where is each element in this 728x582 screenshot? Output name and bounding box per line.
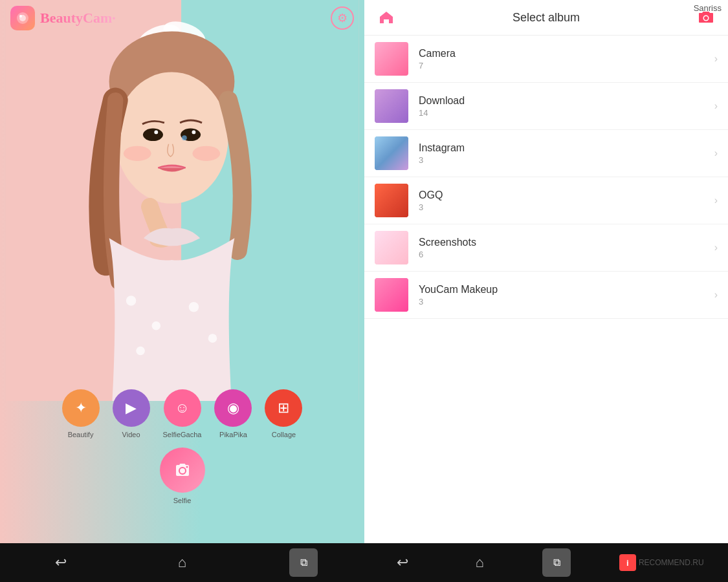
album-list: Camera 7 › Download 14 › [364, 36, 728, 543]
svg-point-6 [115, 72, 228, 203]
svg-point-11 [124, 146, 151, 161]
right-panel: Select album Camera 7 › [364, 0, 728, 543]
svg-point-7 [143, 129, 163, 141]
irecommend-icon: i [619, 554, 636, 571]
back-button-left[interactable]: ↩ [47, 548, 75, 577]
svg-point-20 [136, 347, 145, 356]
album-item-ogq[interactable]: OGQ 3 › [364, 177, 728, 224]
selfie-icon [160, 447, 205, 493]
irecommend-text: RECOMMEND.RU [639, 558, 704, 567]
select-album-title: Select album [513, 11, 580, 25]
album-info-download: Download 14 [419, 95, 714, 118]
album-item-instagram[interactable]: Instagram 3 › [364, 130, 728, 177]
album-info-instagram: Instagram 3 [419, 142, 714, 165]
chevron-youcam: › [714, 289, 718, 301]
right-header: Select album [364, 0, 728, 36]
irecommend-badge: i RECOMMEND.RU [619, 554, 704, 571]
selfiegacha-button[interactable]: ☺ SelfieGacha [163, 389, 202, 438]
collage-icon: ⊞ [265, 389, 302, 427]
video-icon: ▶ [113, 389, 150, 427]
album-count-download: 14 [419, 108, 714, 118]
nav-right: ↩ ⌂ ⧉ i RECOMMEND.RU [364, 543, 728, 582]
svg-point-13 [182, 135, 187, 140]
bottom-nav: ↩ ⌂ ⧉ ↩ ⌂ ⧉ i RECOMMEND.RU [0, 543, 728, 582]
logo-icon [10, 6, 35, 30]
svg-point-12 [192, 146, 220, 161]
chevron-download: › [714, 100, 718, 112]
tool-buttons-row: ✦ Beautify ▶ Video ☺ SelfieGacha ◉ PikaP… [62, 389, 303, 438]
beautify-button[interactable]: ✦ Beautify [62, 389, 100, 438]
chevron-camera: › [714, 53, 718, 65]
album-info-youcam: YouCam Makeup 3 [419, 284, 714, 307]
album-count-ogq: 3 [419, 202, 714, 212]
video-button[interactable]: ▶ Video [113, 389, 150, 438]
svg-point-9 [154, 131, 158, 135]
selfiegacha-icon: ☺ [164, 389, 201, 427]
svg-point-17 [152, 321, 161, 330]
album-name-camera: Camera [419, 48, 714, 59]
chevron-ogq: › [714, 195, 718, 206]
album-count-screenshots: 6 [419, 250, 714, 259]
pikapika-button[interactable]: ◉ PikaPika [214, 389, 252, 438]
svg-point-18 [189, 302, 199, 312]
home-button[interactable] [375, 6, 398, 29]
album-item-camera[interactable]: Camera 7 › [364, 36, 728, 83]
selfiegacha-label: SelfieGacha [163, 431, 202, 438]
album-name-download: Download [419, 95, 714, 107]
girl-illustration [0, 0, 364, 401]
nav-left: ↩ ⌂ ⧉ [0, 543, 364, 582]
album-name-youcam: YouCam Makeup [419, 284, 714, 296]
album-thumb-youcam [375, 278, 408, 312]
bottom-toolbar: ✦ Beautify ▶ Video ☺ SelfieGacha ◉ PikaP… [0, 389, 364, 504]
svg-point-27 [704, 16, 708, 20]
collage-label: Collage [272, 431, 296, 438]
album-thumb-screenshots [375, 231, 408, 264]
selfie-button[interactable]: Selfie [160, 447, 205, 504]
home-button-right[interactable]: ⌂ [465, 548, 494, 577]
svg-point-23 [19, 15, 22, 17]
svg-point-16 [126, 296, 137, 306]
album-info-ogq: OGQ 3 [419, 189, 714, 212]
settings-icon[interactable]: ⚙ [331, 6, 354, 30]
multitask-button-left[interactable]: ⧉ [289, 548, 318, 577]
username-label: Sanriss [694, 3, 722, 13]
svg-point-25 [186, 466, 188, 468]
album-info-camera: Camera 7 [419, 48, 714, 70]
home-button-left[interactable]: ⌂ [168, 548, 196, 577]
collage-button[interactable]: ⊞ Collage [265, 389, 302, 438]
chevron-instagram: › [714, 147, 718, 159]
selfie-label: Selfie [173, 497, 192, 504]
logo-text: BeautyCam· [40, 10, 116, 27]
album-name-instagram: Instagram [419, 142, 714, 154]
album-item-download[interactable]: Download 14 › [364, 83, 728, 130]
album-item-screenshots[interactable]: Screenshots 6 › [364, 224, 728, 272]
album-thumb-ogq [375, 184, 408, 217]
svg-point-19 [208, 334, 217, 343]
album-count-camera: 7 [419, 61, 714, 70]
multitask-button-right[interactable]: ⧉ [542, 548, 571, 577]
album-item-youcam[interactable]: YouCam Makeup 3 › [364, 272, 728, 319]
album-name-ogq: OGQ [419, 189, 714, 201]
video-label: Video [122, 431, 140, 438]
album-count-youcam: 3 [419, 297, 714, 307]
chevron-screenshots: › [714, 242, 718, 253]
album-count-instagram: 3 [419, 155, 714, 165]
album-info-screenshots: Screenshots 6 [419, 237, 714, 259]
beautycam-logo: BeautyCam· [10, 6, 116, 30]
svg-point-10 [192, 131, 196, 135]
left-panel: BeautyCam· ⚙ ✦ Beautify ▶ Video ☺ Selfie… [0, 0, 364, 543]
back-button-right[interactable]: ↩ [388, 548, 417, 577]
pikapika-icon: ◉ [214, 389, 252, 427]
beautify-icon: ✦ [62, 389, 100, 427]
album-thumb-download [375, 89, 408, 123]
album-thumb-instagram [375, 136, 408, 170]
pikapika-label: PikaPika [219, 431, 247, 438]
album-name-screenshots: Screenshots [419, 237, 714, 248]
album-thumb-camera [375, 42, 408, 76]
top-bar-left: BeautyCam· ⚙ [0, 0, 364, 36]
beautify-label: Beautify [68, 431, 94, 438]
